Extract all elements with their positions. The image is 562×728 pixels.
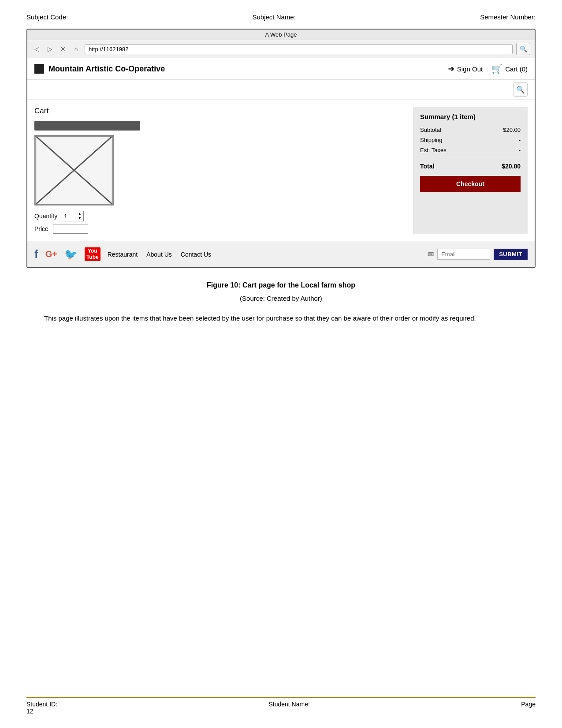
email-input[interactable] (437, 249, 490, 260)
site-navbar: Mountain Artistic Co-Operative ➜ Sign Ou… (27, 58, 535, 80)
est-taxes-label: Est. Taxes (420, 147, 447, 153)
student-id-value: 12 (26, 708, 57, 715)
est-taxes-value: - (519, 147, 521, 153)
page-label: Page (521, 701, 536, 715)
cart-section: Cart Quantity 1 (27, 100, 535, 241)
home-button[interactable]: ⌂ (71, 44, 81, 54)
price-label: Price (34, 225, 48, 232)
price-row: Price (34, 224, 404, 234)
browser-search-button[interactable]: 🔍 (516, 43, 530, 55)
contact-us-link[interactable]: Contact Us (181, 251, 211, 258)
semester-label: Semester Number: (480, 13, 536, 21)
shipping-label: Shipping (420, 137, 443, 143)
student-id-area: Student ID: 12 (26, 701, 57, 715)
item-name-scribble (34, 121, 140, 131)
search-button[interactable]: 🔍 (514, 82, 528, 97)
browser-toolbar: ◁ ▷ ✕ ⌂ 🔍 (27, 40, 535, 58)
site-logo: Mountain Artistic Co-Operative (34, 64, 448, 74)
search-bar-area: 🔍 (27, 80, 535, 100)
browser-title: A Web Page (265, 31, 297, 38)
browser-titlebar: A Web Page (27, 30, 535, 40)
quantity-stepper-icon: ▲▼ (78, 212, 82, 220)
document-footer: Student ID: 12 Student Name: Page (26, 697, 536, 715)
footer-email-area: ✉ SUBMIT (428, 249, 528, 260)
cart-items-area: Cart Quantity 1 (34, 107, 404, 234)
youtube-icon[interactable]: You Tube (85, 247, 100, 261)
sign-out-icon: ➜ (448, 64, 454, 74)
subtotal-label: Subtotal (420, 127, 441, 133)
quantity-label: Quantity (34, 213, 57, 220)
est-taxes-row: Est. Taxes - (420, 147, 521, 153)
total-value: $20.00 (502, 163, 521, 170)
student-name-label: Student Name: (268, 701, 309, 715)
document-header: Subject Code: Subject Name: Semester Num… (26, 13, 536, 21)
total-row: Total $20.00 (420, 163, 521, 170)
logo-square (34, 64, 44, 74)
close-button[interactable]: ✕ (58, 44, 68, 54)
subject-name-label: Subject Name: (252, 13, 295, 21)
quantity-value: 1 (64, 213, 67, 220)
sign-out-button[interactable]: ➜ Sign Out (448, 64, 483, 74)
checkout-button[interactable]: Checkout (420, 176, 521, 192)
nav-actions: ➜ Sign Out 🛒 Cart (0) (448, 63, 528, 74)
cart-button[interactable]: 🛒 Cart (0) (491, 63, 528, 74)
browser-window: A Web Page ◁ ▷ ✕ ⌂ 🔍 Mountain Artistic C… (26, 29, 536, 268)
subject-code-label: Subject Code: (26, 13, 68, 21)
summary-title: Summary (1 item) (420, 113, 521, 120)
subtotal-value: $20.00 (503, 127, 521, 133)
submit-button[interactable]: SUBMIT (494, 249, 528, 260)
summary-box: Summary (1 item) Subtotal $20.00 Shippin… (413, 107, 528, 234)
facebook-icon[interactable]: f (34, 247, 38, 261)
twitter-icon[interactable]: 🐦 (64, 248, 78, 261)
item-image (34, 135, 114, 205)
site-content: Mountain Artistic Co-Operative ➜ Sign Ou… (27, 58, 535, 267)
url-bar[interactable] (85, 44, 513, 54)
total-label: Total (420, 163, 434, 170)
google-plus-icon[interactable]: G+ (45, 249, 57, 259)
summary-divider (420, 158, 521, 158)
quantity-input[interactable]: 1 ▲▼ (62, 211, 84, 221)
cart-icon: 🛒 (491, 63, 502, 74)
body-paragraph-1: This page illustrates upon the items tha… (26, 313, 536, 324)
about-us-link[interactable]: About Us (146, 251, 172, 258)
forward-button[interactable]: ▷ (45, 44, 55, 54)
shipping-value: - (519, 137, 521, 143)
cart-label: Cart (0) (505, 65, 528, 73)
restaurant-link[interactable]: Restaurant (108, 251, 138, 258)
footer-links: Restaurant About Us Contact Us (108, 251, 421, 258)
logo-text: Mountain Artistic Co-Operative (48, 64, 165, 74)
student-id-label: Student ID: (26, 701, 57, 708)
site-footer: f G+ 🐦 You Tube Restaurant About Us Cont… (27, 241, 535, 267)
back-button[interactable]: ◁ (32, 44, 41, 54)
sign-out-label: Sign Out (457, 65, 483, 73)
figure-source: (Source: Created by Author) (26, 295, 536, 302)
shipping-row: Shipping - (420, 137, 521, 143)
quantity-row: Quantity 1 ▲▼ (34, 211, 404, 221)
email-icon: ✉ (428, 250, 434, 258)
price-box (53, 224, 88, 234)
cart-title: Cart (34, 107, 404, 116)
subtotal-row: Subtotal $20.00 (420, 127, 521, 133)
figure-caption: Figure 10: Cart page for the Local farm … (26, 281, 536, 289)
